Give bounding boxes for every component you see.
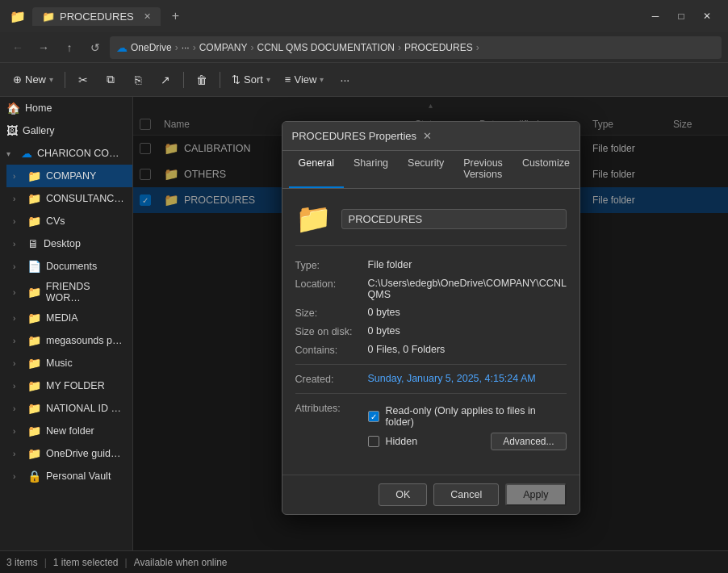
sidebar-item-onedrive-guide[interactable]: › 📁 OneDrive guid… <box>6 442 132 465</box>
back-button[interactable]: ← <box>6 36 29 59</box>
paste-button[interactable]: ⎘ <box>125 67 151 93</box>
sidebar-item-company[interactable]: › 📁 COMPANY <box>6 165 132 187</box>
documents-icon: 📄 <box>27 260 41 273</box>
created-label: Created: <box>295 373 368 385</box>
tab-security[interactable]: Security <box>398 151 454 188</box>
contains-value: 0 Files, 0 Folders <box>368 344 567 355</box>
new-tab-button[interactable]: + <box>167 9 184 23</box>
sidebar-item-megasounds[interactable]: › 📁 megasounds p… <box>6 329 132 352</box>
created-value: Sunday, January 5, 2025, 4:15:24 AM <box>368 373 567 384</box>
delete-button[interactable]: 🗑 <box>189 67 215 93</box>
sidebar-item-documents[interactable]: › 📄 Documents <box>6 255 132 278</box>
sort-button[interactable]: ⇅ Sort ▾ <box>225 70 277 89</box>
prop-divider-2 <box>295 393 567 394</box>
item-count: 3 items <box>6 557 38 568</box>
readonly-checkbox[interactable]: ✓ <box>368 411 379 422</box>
hidden-checkbox[interactable] <box>368 436 379 447</box>
forward-button[interactable]: → <box>32 36 55 59</box>
sidebar-item-my-folder[interactable]: › 📁 MY FOLDER <box>6 374 132 397</box>
folder-icon-friends: 📁 <box>27 286 41 299</box>
tab-customize[interactable]: Customize <box>513 151 579 188</box>
sidebar-item-national-id[interactable]: › 📁 NATIONAL ID … <box>6 397 132 420</box>
ok-button[interactable]: OK <box>379 483 427 506</box>
size-value: 0 bytes <box>368 307 567 318</box>
breadcrumb-onedrive[interactable]: OneDrive <box>131 42 172 53</box>
maximize-button[interactable]: □ <box>670 5 692 27</box>
new-label: New <box>25 73 46 86</box>
view-button[interactable]: ≡ View ▾ <box>278 70 331 89</box>
sidebar-item-new-folder[interactable]: › 📁 New folder <box>6 420 132 442</box>
new-icon: ⊕ <box>13 73 22 86</box>
sidebar-item-personal-vault[interactable]: › 🔒 Personal Vault <box>6 465 132 487</box>
tab-folder-icon: 📁 <box>42 10 55 23</box>
chevron-right-icon: › <box>13 194 23 203</box>
sort-chevron: ▾ <box>266 75 270 84</box>
chevron-right-icon: › <box>13 382 23 391</box>
share-button[interactable]: ↗ <box>153 67 178 93</box>
chevron-right-icon: › <box>13 217 23 226</box>
prop-size-row: Size: 0 bytes <box>295 307 567 319</box>
chevron-right-icon: › <box>13 404 23 413</box>
sidebar-label-charicon: CHARICON CO… <box>37 148 119 159</box>
apply-button[interactable]: Apply <box>505 483 566 506</box>
prop-contains-row: Contains: 0 Files, 0 Folders <box>295 344 567 356</box>
minimize-button[interactable]: ─ <box>644 5 667 27</box>
tab-sharing[interactable]: Sharing <box>344 151 398 188</box>
location-value: C:\Users\edegb\OneDrive\COMPANY\CCNL QMS <box>368 278 567 300</box>
dialog-titlebar: PROCEDURES Properties ✕ <box>282 122 579 151</box>
breadcrumb-ccnl[interactable]: CCNL QMS DOCUMENTATION <box>257 42 395 53</box>
folder-name-input[interactable] <box>341 209 567 229</box>
sidebar-label-friends: FRIENDS WOR… <box>46 281 126 303</box>
sidebar-item-friends[interactable]: › 📁 FRIENDS WOR… <box>6 278 132 307</box>
folder-icon-onedrive-guide: 📁 <box>27 447 41 460</box>
sidebar-item-media[interactable]: › 📁 MEDIA <box>6 307 132 329</box>
dialog-footer: OK Cancel Apply <box>282 475 579 514</box>
up-button[interactable]: ↑ <box>58 36 81 59</box>
breadcrumb-procedures[interactable]: PROCEDURES <box>404 42 473 53</box>
sidebar: 🏠 Home 🖼 Gallery ▾ ☁ CHARICON CO… › 📁 CO… <box>0 97 133 550</box>
sidebar-item-desktop[interactable]: › 🖥 Desktop <box>6 232 132 255</box>
sidebar-item-home[interactable]: 🏠 Home <box>0 97 132 119</box>
type-label: Type: <box>295 259 368 271</box>
sidebar-label-cvs: CVs <box>46 215 65 227</box>
close-button[interactable]: ✕ <box>696 5 718 27</box>
active-tab[interactable]: 📁 PROCEDURES ✕ <box>32 7 161 26</box>
properties-table: Type: File folder Location: C:\Users\ede… <box>295 259 567 455</box>
new-button[interactable]: ⊕ New ▾ <box>6 70 60 89</box>
home-icon: 🏠 <box>6 102 20 115</box>
prop-divider-1 <box>295 364 567 365</box>
cancel-button[interactable]: Cancel <box>433 483 499 506</box>
size-on-disk-label: Size on disk: <box>295 325 368 337</box>
attributes-label: Attributes: <box>295 402 368 414</box>
folder-header: 📁 <box>295 202 567 246</box>
refresh-button[interactable]: ↺ <box>84 36 107 59</box>
sidebar-item-charicon[interactable]: ▾ ☁ CHARICON CO… <box>0 142 132 165</box>
tab-close-icon[interactable]: ✕ <box>144 11 151 22</box>
availability-status: Available when online <box>134 557 228 568</box>
readonly-attribute-row: ✓ Read-only (Only applies to files in fo… <box>368 405 567 428</box>
status-bar: 3 items | 1 item selected | Available wh… <box>0 550 728 573</box>
hidden-label: Hidden <box>386 436 418 447</box>
breadcrumb[interactable]: ☁ OneDrive › ··· › COMPANY › CCNL QMS DO… <box>110 36 722 59</box>
folder-icon: 📁 <box>10 9 26 24</box>
sidebar-label-megasounds: megasounds p… <box>46 335 123 346</box>
prop-location-row: Location: C:\Users\edegb\OneDrive\COMPAN… <box>295 278 567 300</box>
tab-previous-versions[interactable]: Previous Versions <box>454 151 513 188</box>
sidebar-item-consultanc[interactable]: › 📁 CONSULTANC… <box>6 187 132 210</box>
breadcrumb-dots[interactable]: ··· <box>182 42 190 53</box>
sidebar-item-cvs[interactable]: › 📁 CVs <box>6 210 132 232</box>
sidebar-item-gallery[interactable]: 🖼 Gallery <box>0 119 132 142</box>
cut-button[interactable]: ✂ <box>70 67 96 93</box>
chevron-right-icon: › <box>13 427 23 436</box>
tab-general[interactable]: General <box>289 151 344 188</box>
more-options-button[interactable]: ··· <box>332 67 358 93</box>
chevron-right-icon: › <box>13 240 23 249</box>
advanced-button[interactable]: Advanced... <box>491 433 566 450</box>
breadcrumb-company[interactable]: COMPANY <box>199 42 248 53</box>
copy-button[interactable]: ⧉ <box>98 67 123 93</box>
chevron-down-icon: ▾ <box>6 149 16 158</box>
sidebar-item-music[interactable]: › 📁 Music <box>6 352 132 374</box>
hidden-attribute-row: Hidden Advanced... <box>368 433 567 450</box>
dialog-close-button[interactable]: ✕ <box>416 126 437 147</box>
sidebar-label-onedrive-guide: OneDrive guid… <box>46 448 120 459</box>
